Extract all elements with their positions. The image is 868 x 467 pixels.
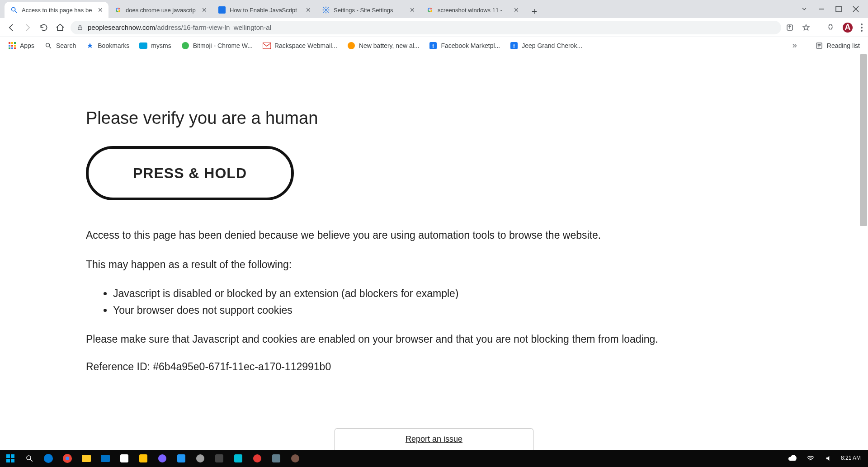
- scrollbar-thumb[interactable]: [860, 54, 867, 226]
- bookmark-bitmoji[interactable]: Bitmoji - Chrome W...: [181, 42, 253, 50]
- reading-list-button[interactable]: Reading list: [815, 42, 860, 50]
- window-close-button[interactable]: [853, 6, 859, 12]
- taskbar-app-icon[interactable]: [251, 453, 263, 464]
- bookmark-fb-marketplace[interactable]: f Facebook Marketpl...: [429, 42, 500, 50]
- tab-close-button[interactable]: ✕: [97, 6, 104, 14]
- svg-point-44: [66, 457, 69, 460]
- svg-rect-50: [177, 454, 185, 462]
- press-and-hold-button[interactable]: PRESS & HOLD: [86, 146, 294, 200]
- bookmark-label: mysms: [151, 42, 171, 49]
- taskbar-app-icon[interactable]: [175, 453, 187, 464]
- tab-search-button[interactable]: [801, 6, 807, 12]
- bookmark-jeep[interactable]: f Jeep Grand Cherok...: [510, 42, 582, 50]
- magnifier-icon: [10, 6, 18, 14]
- star-icon[interactable]: [802, 24, 810, 32]
- bookmark-label: Jeep Grand Cherok...: [522, 42, 582, 49]
- tab-close-button[interactable]: ✕: [305, 6, 312, 14]
- tab-close-button[interactable]: ✕: [409, 6, 416, 14]
- forward-button[interactable]: [22, 22, 33, 33]
- taskbar-app-icon[interactable]: [118, 453, 130, 464]
- bookmark-battery[interactable]: New battery, new al...: [347, 42, 420, 50]
- taskbar-app-icon[interactable]: [137, 453, 149, 464]
- facebook-icon: f: [429, 42, 437, 50]
- reload-button[interactable]: [38, 22, 50, 33]
- taskbar-app-icon[interactable]: [156, 453, 168, 464]
- tab-close-button[interactable]: ✕: [513, 6, 520, 14]
- tab-title: Access to this page has be: [22, 7, 93, 14]
- reading-list-icon: [815, 42, 823, 50]
- windows-taskbar: 8:21 AM: [0, 450, 868, 467]
- taskbar-app-icon[interactable]: [289, 453, 301, 464]
- taskbar-app-icon[interactable]: [232, 453, 244, 464]
- bookmark-label: Rackspace Webmail...: [274, 42, 337, 49]
- svg-rect-37: [11, 454, 14, 458]
- url-host: peoplesearchnow.com: [88, 24, 155, 31]
- report-issue-link[interactable]: Report an issue: [406, 434, 462, 444]
- page-viewport: Please verify you are a human PRESS & HO…: [0, 54, 868, 450]
- window-maximize-button[interactable]: [835, 6, 842, 12]
- taskbar-app-icon[interactable]: [213, 453, 225, 464]
- share-icon[interactable]: [786, 24, 794, 32]
- svg-rect-2: [218, 6, 226, 14]
- bookmark-label: Apps: [20, 42, 34, 49]
- vertical-scrollbar[interactable]: [860, 54, 867, 450]
- tab-title: does chrome use javascrip: [126, 7, 197, 14]
- tab-close-button[interactable]: ✕: [201, 6, 208, 14]
- tab-0[interactable]: Access to this page has be ✕: [5, 2, 108, 18]
- back-button[interactable]: [5, 22, 17, 33]
- bookmark-label: New battery, new al...: [359, 42, 420, 49]
- new-tab-button[interactable]: ＋: [527, 4, 542, 18]
- bookmark-bookmarks[interactable]: Bookmarks: [86, 42, 129, 50]
- tab-2[interactable]: How to Enable JavaScript ✕: [212, 2, 316, 18]
- svg-rect-47: [120, 454, 128, 462]
- svg-rect-38: [6, 459, 10, 462]
- taskbar-mail-icon[interactable]: [99, 453, 111, 464]
- start-button[interactable]: [5, 453, 16, 464]
- taskbar-clock[interactable]: 8:21 AM: [841, 455, 863, 461]
- url-path: /address/16-farm-view-ln_wellington-al: [155, 24, 271, 31]
- bookmark-apps[interactable]: Apps: [8, 42, 34, 50]
- profile-avatar[interactable]: A: [843, 23, 853, 33]
- ensure-text: Please make sure that Javascript and coo…: [86, 331, 764, 347]
- tray-wifi-icon[interactable]: [805, 453, 816, 464]
- svg-rect-15: [14, 42, 16, 44]
- svg-rect-46: [101, 455, 110, 462]
- tab-3[interactable]: Settings - Site Settings ✕: [316, 2, 420, 18]
- browser-tab-strip: Access to this page has be ✕ G does chro…: [0, 0, 868, 18]
- taskbar-app-icon[interactable]: [270, 453, 282, 464]
- svg-rect-36: [6, 454, 10, 458]
- bookmarks-overflow-button[interactable]: »: [793, 41, 797, 50]
- tab-1[interactable]: G does chrome use javascrip ✕: [108, 2, 212, 18]
- extensions-icon[interactable]: [826, 24, 835, 32]
- tab-4[interactable]: G screenshot windows 11 - ✕: [420, 2, 524, 18]
- reason-item: Your browser does not support cookies: [113, 302, 868, 318]
- svg-point-11: [861, 27, 863, 28]
- star-icon: [86, 42, 94, 50]
- window-controls: [801, 0, 868, 18]
- taskbar-chrome-icon[interactable]: [61, 453, 73, 464]
- bookmark-search[interactable]: Search: [44, 42, 76, 50]
- svg-rect-55: [272, 454, 280, 462]
- mail-icon: [263, 42, 271, 50]
- taskbar-search-icon[interactable]: [24, 453, 35, 464]
- bookmark-rackspace[interactable]: Rackspace Webmail...: [263, 42, 337, 50]
- taskbar-explorer-icon[interactable]: [80, 453, 92, 464]
- taskbar-edge-icon[interactable]: [42, 453, 54, 464]
- window-minimize-button[interactable]: [818, 6, 825, 12]
- google-icon: G: [426, 6, 434, 14]
- report-issue-box: Report an issue: [335, 428, 533, 450]
- tray-volume-icon[interactable]: [823, 453, 835, 464]
- reason-item: Javascript is disabled or blocked by an …: [113, 286, 868, 302]
- svg-point-10: [861, 24, 863, 25]
- taskbar-app-icon[interactable]: [194, 453, 206, 464]
- reading-list-label: Reading list: [827, 42, 860, 49]
- svg-point-42: [44, 454, 53, 463]
- chrome-menu-button[interactable]: [861, 24, 863, 32]
- tray-cloud-icon[interactable]: [787, 453, 798, 464]
- svg-rect-39: [11, 459, 14, 462]
- home-button[interactable]: [54, 22, 66, 33]
- svg-rect-13: [9, 42, 10, 44]
- address-bar[interactable]: peoplesearchnow.com/address/16-farm-view…: [71, 21, 781, 34]
- bookmark-mysms[interactable]: mysms: [139, 42, 171, 50]
- mysms-icon: [139, 42, 147, 50]
